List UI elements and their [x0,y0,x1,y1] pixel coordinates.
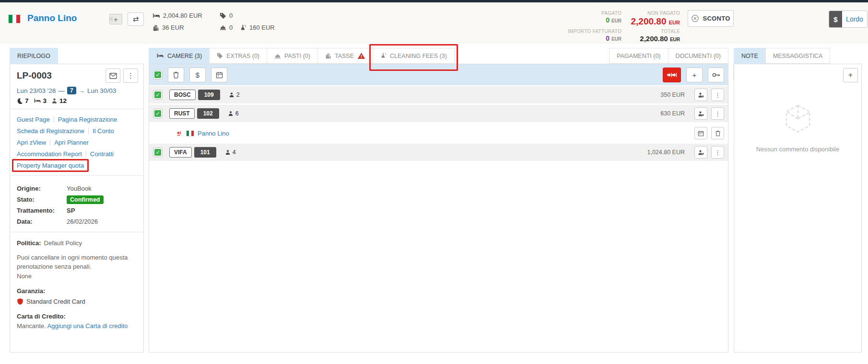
credit-card-status: Mancante. Aggiungi una Carta di credito [17,321,137,331]
tab-pagamenti[interactable]: PAGAMENTI (0) [609,48,668,64]
booking-header: Panno Lino + ⇄ 2,004.80 EUR 0 36 EUR [0,2,868,43]
room-menu-button[interactable]: ⋮ [711,107,724,120]
moon-icon [17,98,23,104]
row-select-checkbox[interactable]: ✓ [153,90,163,100]
tag-icon [220,12,226,19]
swap-booking-button[interactable]: ⇄ [128,12,144,26]
status-label: Stato: [17,196,67,203]
price-button[interactable]: $ [189,68,206,82]
nights-badge: 7 [67,87,76,94]
link-apri-planner[interactable]: Apri Planner [54,139,89,146]
credit-card-label: Carta di Credito: [17,312,137,321]
guest-calendar-button[interactable] [694,127,707,139]
room-menu-button[interactable]: ⋮ [711,89,724,101]
rooms-count: 3 [43,97,47,104]
keys-button[interactable] [708,68,724,82]
link-scheda-registrazione[interactable]: Scheda di Registrazione [17,127,84,135]
tab-cleaning-fees[interactable]: CLEANING FEES (3) [373,48,455,64]
select-all-checkbox[interactable]: ✓ [153,70,163,80]
policy-name: Default Policy [44,239,82,247]
discount-button[interactable]: SCONTO [688,10,734,27]
link-pagina-registrazione[interactable]: Pagina Registrazione [58,116,117,123]
discount-button-label: SCONTO [703,15,730,22]
guest-name-link[interactable]: Panno Lino [198,130,229,137]
tab-pasti-label: PASTI (0) [284,53,310,59]
sidebar-tabbar: RIEPILOGO [10,48,58,64]
room-number-badge[interactable]: 109 [198,90,220,100]
tab-riepilogo[interactable]: RIEPILOGO [10,48,58,64]
shield-icon [17,298,23,305]
room-price: 630 EUR [660,110,685,117]
row-select-checkbox[interactable]: ✓ [153,109,163,118]
room-number-badge[interactable]: 101 [194,147,216,158]
link-guest-page[interactable]: Guest Page [17,116,50,123]
tab-extras[interactable]: EXTRAS (0) [209,48,267,64]
guests-count: 12 [59,97,67,104]
origin-label: Origine: [17,185,67,192]
bed-icon [152,12,160,19]
link-apri-zview[interactable]: Apri zView [17,139,46,146]
room-type-badge[interactable]: RUST [169,108,195,119]
add-tag-button[interactable]: + [109,14,122,24]
link-il-conto[interactable]: Il Conto [93,127,114,135]
meal-icon [274,53,281,59]
guest-delete-button[interactable] [711,127,724,139]
city-tax-amount: 36 EUR [162,24,184,31]
guarantee-label: Garanzia: [17,286,137,296]
stay-date-range[interactable]: Lun 23/03 '26 — 7 → Lun 30/03 [17,87,137,94]
add-note-button[interactable]: + [843,68,858,82]
tab-note[interactable]: NOTE [734,48,766,64]
total-value: 2,200.80 EUR [622,34,680,43]
tab-documenti[interactable]: DOCUMENTI (0) [668,48,728,64]
meal-icon [220,24,226,31]
add-guest-button[interactable] [694,89,707,101]
origin-value: YouBook [67,185,92,192]
room-menu-button[interactable]: ⋮ [711,146,724,159]
calendar-button[interactable] [211,68,227,82]
link-property-manager-quota[interactable]: Property Manager quota [17,162,84,169]
paid-label: PAGATO [551,9,622,16]
unpaid-value: 2,200.80 EUR [622,16,680,27]
swap-icon: ⇄ [133,15,139,23]
delete-rooms-button[interactable] [168,68,184,82]
rooms-toolbar: ✓ $ + [149,64,728,85]
quick-links: Guest PagePagina Registrazione Scheda di… [10,109,143,176]
tab-pasti[interactable]: PASTI (0) [267,48,318,64]
date-label: Data: [17,218,67,225]
room-price: 1,024.80 EUR [647,149,685,156]
cleaning-amount: 160 EUR [249,24,275,31]
cube-icon [783,103,813,135]
checkin-button[interactable] [663,68,681,82]
gross-net-toggle[interactable]: $ Lordo [829,11,868,28]
room-row-vifa: ✓ VIFA 101 4 1,024.80 EUR ⋮ [149,144,728,161]
email-button[interactable] [106,68,120,83]
add-guest-button[interactable] [694,146,707,159]
tab-camere[interactable]: CAMERE (3) [149,48,210,64]
checkin-date: Lun 23/03 '26 [17,87,56,94]
treatment-value: SP [67,207,75,214]
payment-summary: PAGATO NON PAGATO 0 EUR 2,200.80 EUR IMP… [551,9,680,43]
guest-count: 6 [228,110,239,117]
booking-menu-button[interactable]: ⋮ [123,68,138,83]
add-credit-card-link[interactable]: Aggiungi una Carta di credito [47,322,128,330]
gross-mode-label: Lordo [842,11,867,27]
tab-messaggistica[interactable]: MESSAGGISTICA [765,48,831,64]
link-accommodation-report[interactable]: Accommodation Report [17,150,82,158]
booking-content-tabbar: CAMERE (3) EXTRAS (0) PASTI (0) TASSE CL… [149,48,728,64]
row-select-checkbox[interactable]: ✓ [153,148,163,157]
booking-totals-summary: 2,004.80 EUR 0 36 EUR 0 160 EU [152,11,275,34]
divider [54,116,54,123]
italy-flag-icon [186,130,194,136]
unpaid-label: NON PAGATO [622,9,680,16]
room-type-badge[interactable]: BOSC [169,90,196,100]
add-guest-button[interactable] [694,107,707,120]
stay-counters: 7 3 12 [17,97,137,104]
room-number-badge[interactable]: 102 [197,108,219,119]
tab-tasse[interactable]: TASSE [317,48,373,64]
rooms-list: ✓ BOSC 109 2 350 EUR ⋮ ✓ RUST 102 6 630 … [149,85,728,161]
add-room-button[interactable]: + [686,68,703,82]
nights-count: 7 [25,97,29,104]
link-contratti[interactable]: Contratti [90,150,114,158]
check-icon: ✓ [154,71,161,78]
room-type-badge[interactable]: VIFA [169,147,192,158]
